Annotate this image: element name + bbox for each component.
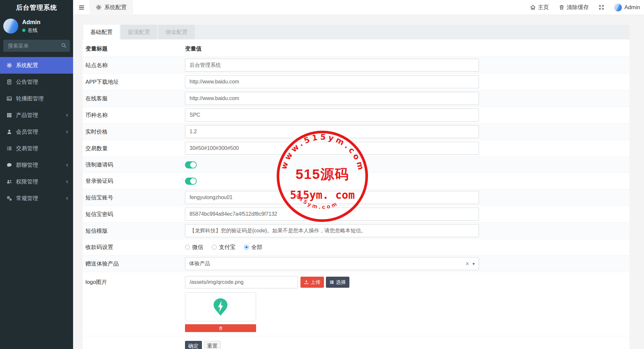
clear-cache-link[interactable]: 清除缓存 xyxy=(559,4,589,11)
form-row-force-invite: 强制邀请码 xyxy=(83,157,630,173)
app-download-input[interactable] xyxy=(185,75,479,88)
payment-code-radio-group: 微信 支付宝 全部 xyxy=(185,243,625,251)
form-row-sms-password: 短信宝密码 xyxy=(83,206,630,223)
logo-path-input[interactable] xyxy=(185,276,298,288)
radio-circle-icon xyxy=(185,245,190,250)
sidebar-item-products[interactable]: 产品管理 ‹ xyxy=(0,107,73,124)
file-icon xyxy=(6,79,12,85)
avatar xyxy=(614,4,622,11)
reset-button[interactable]: 重置 xyxy=(204,341,221,349)
column-header-title: 变量标题 xyxy=(85,45,185,52)
field-label: 币种名称 xyxy=(85,111,185,119)
chevron-left-icon: ‹ xyxy=(66,178,69,185)
home-link[interactable]: 主页 xyxy=(530,4,549,11)
form-row-realtime-price: 实时价格 xyxy=(83,124,630,140)
column-header-value: 变量值 xyxy=(185,45,202,52)
sms-account-input[interactable] xyxy=(185,191,479,204)
clear-icon[interactable]: × xyxy=(466,260,469,267)
realtime-price-input[interactable] xyxy=(185,125,479,138)
table-header: 变量标题 变量值 xyxy=(83,39,630,57)
sidebar-item-label: 群聊管理 xyxy=(16,161,38,169)
radio-all[interactable]: 全部 xyxy=(244,243,262,251)
sidebar-item-group-chat[interactable]: 群聊管理 ‹ xyxy=(0,157,73,173)
brand-title: 后台管理系统 xyxy=(0,0,73,15)
upload-button[interactable]: 上传 xyxy=(300,277,324,288)
toggle-knob xyxy=(190,178,196,184)
trade-amount-input[interactable] xyxy=(185,142,479,155)
sidebar-item-label: 轮播图管理 xyxy=(16,95,44,102)
radio-alipay[interactable]: 支付宝 xyxy=(212,243,236,251)
online-service-input[interactable] xyxy=(185,92,479,105)
upload-icon xyxy=(304,280,309,284)
sidebar-item-general[interactable]: 常规管理 ‹ xyxy=(0,190,73,207)
choose-button[interactable]: 选择 xyxy=(326,277,349,288)
form-row-app-download: APP下载地址 xyxy=(83,74,630,90)
nav-user-label: Admin xyxy=(624,4,640,11)
field-label: 短信宝密码 xyxy=(85,211,185,218)
login-captcha-toggle[interactable] xyxy=(185,178,197,185)
site-name-input[interactable] xyxy=(185,59,479,72)
clear-cache-label: 清除缓存 xyxy=(567,4,589,11)
force-invite-toggle[interactable] xyxy=(185,161,197,168)
sidebar-item-transactions[interactable]: 交易管理 xyxy=(0,140,73,157)
sms-template-input[interactable] xyxy=(185,224,479,237)
search-icon[interactable] xyxy=(61,43,67,48)
coin-name-input[interactable] xyxy=(185,109,479,122)
field-label: 短信宝账号 xyxy=(85,194,185,201)
form-row-logo: logo图片 上传 选择 xyxy=(83,272,630,336)
sidebar-item-permissions[interactable]: 权限管理 ‹ xyxy=(0,173,73,190)
gift-product-select[interactable]: 体验产品 × ▾ xyxy=(185,257,479,270)
field-label: 强制邀请码 xyxy=(85,161,185,168)
home-label: 主页 xyxy=(538,4,549,11)
sidebar-item-announcements[interactable]: 公告管理 xyxy=(0,74,73,90)
tabstrip: 基础配置 提现配置 佣金配置 xyxy=(83,25,630,39)
chevron-left-icon: ‹ xyxy=(66,195,69,202)
avatar xyxy=(3,19,18,34)
sms-password-input[interactable] xyxy=(185,208,479,221)
gear-icon xyxy=(6,63,12,68)
nav-tab-label: 系统配置 xyxy=(104,4,127,11)
users-icon xyxy=(6,179,12,184)
field-label: logo图片 xyxy=(85,276,185,288)
form-row-payment-code: 收款码设置 微信 支付宝 全部 xyxy=(83,239,630,255)
sidebar-item-carousel[interactable]: 轮播图管理 xyxy=(0,90,73,107)
tab-withdraw-config[interactable]: 提现配置 xyxy=(121,25,157,39)
user-status-label: 在线 xyxy=(28,27,38,34)
form-row-online-service: 在线客服 xyxy=(83,90,630,107)
config-card: 基础配置 提现配置 佣金配置 变量标题 变量值 站点名称 APP下载地址 在线客… xyxy=(83,25,630,349)
choose-label: 选择 xyxy=(336,279,346,285)
menu-toggle-icon[interactable] xyxy=(78,4,85,11)
sidebar-item-label: 常规管理 xyxy=(16,195,38,202)
upload-label: 上传 xyxy=(311,279,320,285)
confirm-button[interactable]: 确定 xyxy=(185,341,202,349)
trash-icon xyxy=(559,5,564,10)
radio-circle-icon xyxy=(212,245,217,250)
sidebar-item-system-config[interactable]: 系统配置 xyxy=(0,57,73,74)
image-icon xyxy=(6,96,12,101)
form-row-sms-template: 短信模版 xyxy=(83,223,630,239)
fullscreen-toggle[interactable] xyxy=(599,5,604,10)
user-name: Admin xyxy=(22,19,40,26)
user-menu[interactable]: Admin xyxy=(614,4,640,11)
radio-wechat[interactable]: 微信 xyxy=(185,243,203,251)
tab-system-config[interactable]: 系统配置 xyxy=(89,0,133,15)
online-dot-icon xyxy=(22,29,25,32)
sidebar-item-members[interactable]: 会员管理 ‹ xyxy=(0,124,73,140)
sidebar-item-label: 产品管理 xyxy=(16,111,38,119)
delete-image-button[interactable] xyxy=(185,324,256,332)
selected-value: 体验产品 xyxy=(189,260,466,267)
radio-label: 全部 xyxy=(251,243,262,251)
form-row-gift-product: 赠送体验产品 体验产品 × ▾ xyxy=(83,255,630,272)
radio-label: 微信 xyxy=(192,243,203,251)
tab-commission-config[interactable]: 佣金配置 xyxy=(158,25,195,39)
grid-icon xyxy=(6,112,12,118)
sidebar-item-label: 交易管理 xyxy=(16,145,38,152)
trash-icon xyxy=(219,326,223,330)
chevron-left-icon: ‹ xyxy=(66,128,69,135)
tab-basic-config[interactable]: 基础配置 xyxy=(83,25,120,39)
admin-page: { "sidebar": { "brand": "后台管理系统", "user"… xyxy=(0,0,644,349)
toggle-knob xyxy=(190,162,196,168)
search-input[interactable] xyxy=(3,40,70,52)
form-row-trade-amount: 交易数量 xyxy=(83,140,630,157)
logo-pin-icon xyxy=(213,298,228,316)
